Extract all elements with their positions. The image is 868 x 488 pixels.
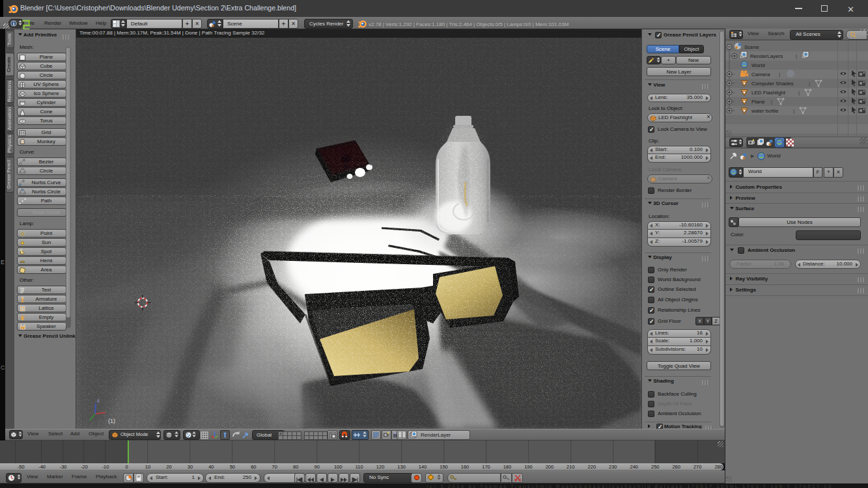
svg-text:|: | [793,108,794,114]
svg-text:Camera: Camera [751,72,770,77]
svg-text:water bottle: water bottle [751,108,779,114]
svg-text:(1): (1) [108,418,115,424]
svg-text:|: | [771,99,772,105]
svg-text:F: F [20,287,24,294]
svg-text:|: | [809,81,810,87]
svg-text:World: World [751,62,765,68]
svg-text:z: z [97,398,100,403]
svg-text:|: | [796,53,797,59]
svg-text:|: | [798,90,800,96]
svg-text:i: i [12,20,14,26]
svg-text:Plane: Plane [751,99,765,105]
svg-text:Scene: Scene [744,44,759,50]
svg-text:RenderLayers: RenderLayers [750,53,783,59]
svg-text:|: | [779,72,780,77]
svg-text:LED Flashlight: LED Flashlight [751,90,786,96]
svg-text:Computer Shades: Computer Shades [751,81,793,87]
